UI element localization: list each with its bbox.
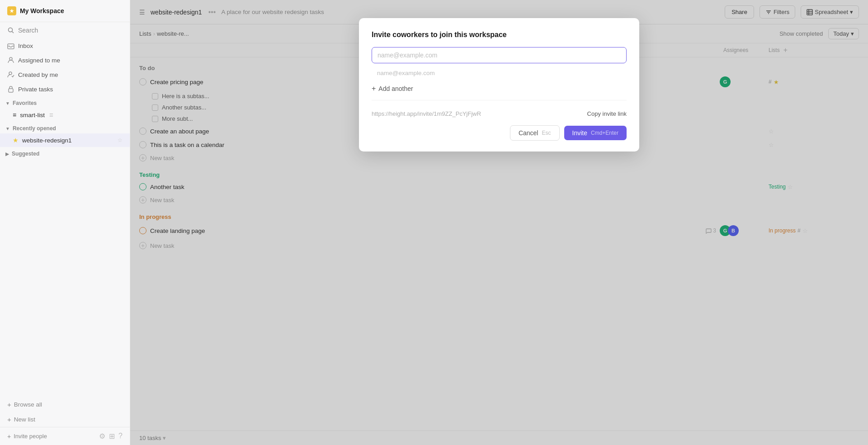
invite-link-url: https://height.app/invite/1m9ZZ_PcYjFjwR <box>372 110 481 117</box>
sidebar-item-smartlist[interactable]: ≡ smart-list ☰ <box>0 108 130 122</box>
favorites-label: Favorites <box>13 100 37 106</box>
list-icon: ≡ <box>13 111 16 118</box>
modal-actions: Cancel Esc Invite Cmd+Enter <box>372 125 627 141</box>
modal-overlay: Invite coworkers to join this workspace … <box>130 0 868 445</box>
search-button[interactable]: Search <box>0 22 130 38</box>
browse-all-plus: + <box>7 401 11 408</box>
settings-icon[interactable]: ⚙ <box>99 432 105 440</box>
workspace-header[interactable]: ★ My Workspace <box>0 0 130 22</box>
invite-people-button[interactable]: + Invite people <box>7 433 95 440</box>
add-another-button[interactable]: + Add another <box>372 83 627 100</box>
help-icon[interactable]: ? <box>118 432 123 440</box>
sidebar-item-private[interactable]: Private tasks <box>0 82 130 96</box>
new-list-plus: + <box>7 416 11 423</box>
user-check-icon <box>7 71 14 78</box>
star-icon: ★ <box>13 137 19 144</box>
private-label: Private tasks <box>18 86 53 93</box>
suggested-label: Suggested <box>12 151 39 157</box>
browse-all-button[interactable]: + Browse all <box>0 397 130 412</box>
smartlist-label: smart-list <box>20 112 45 118</box>
recently-chevron: ▼ <box>5 126 10 131</box>
svg-point-3 <box>9 57 12 60</box>
created-label: Created by me <box>18 71 58 78</box>
add-another-plus-icon: + <box>372 85 376 93</box>
copy-invite-link-button[interactable]: Copy invite link <box>587 110 627 117</box>
invite-button[interactable]: Invite Cmd+Enter <box>564 126 627 140</box>
suggested-chevron: ▶ <box>5 151 9 156</box>
cancel-hint: Esc <box>542 130 551 136</box>
modal-title: Invite coworkers to join this workspace <box>372 31 627 39</box>
suggested-section[interactable]: ▶ Suggested <box>0 147 130 159</box>
sidebar-item-assigned[interactable]: Assigned to me <box>0 53 130 67</box>
cancel-label: Cancel <box>519 129 538 137</box>
main-content: ☰ website-redesign1 ••• A place for our … <box>130 0 868 445</box>
svg-line-1 <box>12 32 14 33</box>
new-list-label: New list <box>14 416 35 423</box>
email-hint: name@example.com <box>372 67 627 79</box>
svg-rect-5 <box>9 89 13 92</box>
sidebar-bottom-icons: ⚙ ⊞ ? <box>99 432 123 440</box>
sidebar-star-icon[interactable]: ☆ <box>118 137 123 143</box>
invite-people-label: Invite people <box>14 433 47 440</box>
invite-plus-icon: + <box>7 433 11 440</box>
svg-point-4 <box>9 72 12 75</box>
svg-point-0 <box>9 28 13 32</box>
add-another-label: Add another <box>378 85 413 92</box>
inbox-icon <box>7 42 14 49</box>
assigned-label: Assigned to me <box>18 57 60 64</box>
inbox-label: Inbox <box>18 43 33 49</box>
invite-link-section: https://height.app/invite/1m9ZZ_PcYjFjwR… <box>372 104 627 125</box>
sidebar-item-inbox[interactable]: Inbox <box>0 38 130 53</box>
sidebar-bottom: + Invite people ⚙ ⊞ ? <box>0 427 130 445</box>
user-icon <box>7 57 14 64</box>
lock-icon <box>7 85 14 93</box>
sidebar: ★ My Workspace Search Inbox Assigned to … <box>0 0 130 445</box>
website-redesign1-label: website-redesign1 <box>22 137 72 144</box>
favorites-chevron: ▼ <box>5 101 10 106</box>
cancel-button[interactable]: Cancel Esc <box>510 125 560 141</box>
recently-opened-section[interactable]: ▼ Recently opened <box>0 122 130 133</box>
smartlist-menu-icon: ☰ <box>49 113 53 118</box>
sidebar-item-created[interactable]: Created by me <box>0 67 130 82</box>
search-label: Search <box>18 27 38 34</box>
invite-modal: Invite coworkers to join this workspace … <box>359 18 639 151</box>
email-input[interactable] <box>372 47 627 63</box>
workspace-icon: ★ <box>7 6 16 15</box>
invite-label: Invite <box>572 129 587 137</box>
invite-hint: Cmd+Enter <box>591 130 618 136</box>
search-icon <box>7 27 14 34</box>
recently-label: Recently opened <box>13 125 56 132</box>
browse-all-label: Browse all <box>14 401 42 408</box>
new-list-button[interactable]: + New list <box>0 412 130 427</box>
favorites-section[interactable]: ▼ Favorites <box>0 96 130 108</box>
sidebar-item-website-redesign1[interactable]: ★ website-redesign1 ☆ <box>0 133 130 147</box>
workspace-title: My Workspace <box>20 7 64 14</box>
add-icon[interactable]: ⊞ <box>109 432 115 440</box>
